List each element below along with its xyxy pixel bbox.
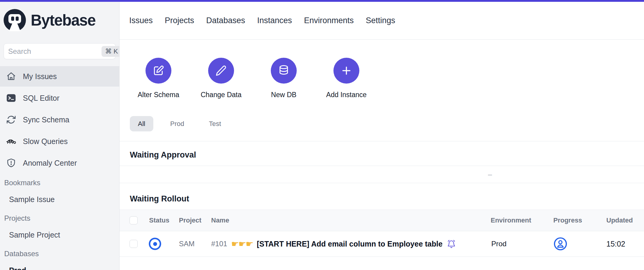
column-header-environment: Environment (491, 216, 531, 224)
quick-action-label: Add Instance (326, 91, 367, 99)
sidebar-item-label: Sync Schema (23, 115, 69, 124)
project-key: SAM (179, 240, 195, 248)
sidebar-item-label: SQL Editor (23, 94, 59, 103)
issue-id: #101 (211, 240, 227, 248)
sidebar-item-label: My Issues (23, 72, 57, 81)
sidebar-item-prod-database[interactable]: Prod (0, 262, 119, 270)
nav-environments[interactable]: Environments (304, 16, 354, 25)
quick-action-label: New DB (271, 91, 296, 99)
sidebar-item-my-issues[interactable]: My Issues (0, 66, 119, 87)
alter-schema-icon (145, 58, 171, 84)
waiting-approval-section-header: Waiting Approval (120, 141, 644, 166)
turtle-icon (6, 136, 16, 146)
quick-action-label: Change Data (201, 91, 242, 99)
sidebar-item-slow-queries[interactable]: Slow Queries (0, 131, 119, 152)
new-db-button[interactable]: New DB (254, 58, 314, 99)
sidebar-section-bookmarks: Bookmarks (0, 174, 119, 191)
issue-table-row[interactable]: SAM #101 ☛☛☛ [START HERE] Add email colu… (120, 231, 644, 257)
top-navigation: Issues Projects Databases Instances Envi… (120, 2, 644, 40)
tab-prod[interactable]: Prod (170, 116, 184, 131)
search-shortcut-hint: ⌘ K (102, 46, 120, 57)
environment-value: Prod (491, 240, 507, 248)
waiting-approval-empty-row: – (120, 166, 644, 183)
change-data-icon (208, 58, 234, 84)
bytebase-app: Bytebase ⌘ K My Issues (0, 0, 644, 270)
column-header-progress: Progress (553, 216, 582, 224)
alter-schema-button[interactable]: Alter Schema (128, 58, 189, 99)
waiting-rollout-title: Waiting Rollout (130, 194, 644, 204)
nav-instances[interactable]: Instances (257, 16, 292, 25)
sidebar: Bytebase ⌘ K My Issues (0, 2, 120, 270)
pointing-hands-emoji: ☛☛☛ (231, 239, 253, 249)
terminal-icon (6, 93, 16, 103)
new-db-icon (271, 58, 297, 84)
sidebar-item-sample-project[interactable]: Sample Project (0, 227, 119, 243)
search-box[interactable]: ⌘ K (4, 43, 116, 59)
waiting-rollout-section-header: Waiting Rollout (120, 183, 644, 210)
bell-alert-icon (446, 239, 456, 249)
nav-projects[interactable]: Projects (165, 16, 194, 25)
sidebar-item-label: Anomaly Center (23, 159, 77, 167)
search-input[interactable] (8, 47, 102, 56)
sidebar-item-sql-editor[interactable]: SQL Editor (0, 88, 119, 108)
sync-icon (6, 115, 16, 125)
nav-databases[interactable]: Databases (206, 16, 245, 25)
column-header-project: Project (179, 216, 202, 224)
sidebar-item-label: Slow Queries (23, 137, 68, 146)
row-checkbox[interactable] (130, 240, 138, 248)
tab-test[interactable]: Test (209, 116, 221, 131)
tab-all[interactable]: All (130, 116, 153, 131)
issue-title: [START HERE] Add email column to Employe… (257, 240, 442, 248)
add-instance-icon (333, 58, 359, 84)
select-all-checkbox[interactable] (130, 216, 138, 225)
change-data-button[interactable]: Change Data (191, 58, 251, 99)
issue-name-cell[interactable]: #101 ☛☛☛ [START HERE] Add email column t… (211, 239, 456, 249)
sidebar-menu: My Issues SQL Editor (0, 66, 119, 173)
quick-action-label: Alter Schema (138, 91, 179, 99)
column-header-updated: Updated (606, 216, 633, 224)
sidebar-item-sync-schema[interactable]: Sync Schema (0, 109, 119, 130)
nav-issues[interactable]: Issues (129, 16, 153, 25)
logo[interactable]: Bytebase (4, 9, 119, 31)
home-icon (6, 71, 16, 81)
bytebase-logo-icon (4, 9, 26, 31)
column-header-name: Name (211, 216, 229, 224)
waiting-approval-title: Waiting Approval (130, 150, 644, 160)
updated-time: 15:02 (606, 240, 625, 248)
quick-actions: Alter Schema Change Data (120, 40, 644, 99)
sidebar-section-projects: Projects (0, 210, 119, 227)
status-open-icon (149, 238, 161, 250)
main-content: Issues Projects Databases Instances Envi… (120, 2, 644, 270)
issue-table-header: Status Project Name Environment Progress… (120, 210, 644, 231)
empty-placeholder: – (488, 170, 492, 179)
assignee-stage-icon[interactable] (553, 237, 567, 251)
add-instance-button[interactable]: Add Instance (316, 58, 377, 99)
sidebar-item-anomaly-center[interactable]: Anomaly Center (0, 153, 119, 173)
environment-filter-tabs: All Prod Test (120, 116, 644, 131)
column-header-status: Status (149, 216, 169, 224)
sidebar-item-sample-issue[interactable]: Sample Issue (0, 191, 119, 207)
sidebar-section-databases: Databases (0, 245, 119, 262)
shield-icon (6, 158, 16, 168)
nav-settings[interactable]: Settings (366, 16, 395, 25)
logo-wordmark: Bytebase (31, 11, 95, 29)
